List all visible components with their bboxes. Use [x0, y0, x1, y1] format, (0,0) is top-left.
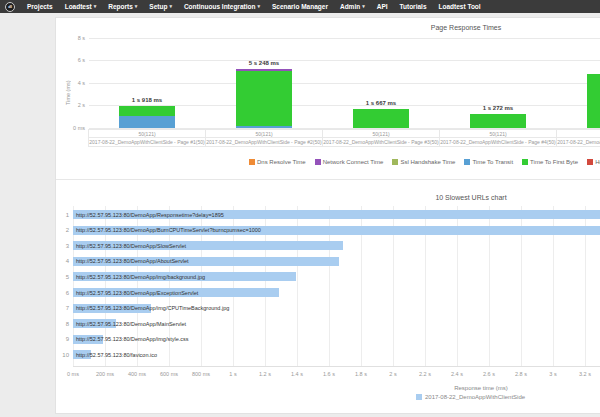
bar-segment-time-to-first-byte — [587, 74, 600, 128]
legend-item-network-connect-time[interactable]: Network Connect Time — [315, 159, 384, 165]
chart1-y-tick-label: 8 s — [60, 35, 85, 41]
nav-item-scenario-manager[interactable]: Scenario Manager — [272, 3, 328, 10]
nav-item-setup[interactable]: Setup▾ — [149, 3, 172, 10]
report-content-panel: Page Response Times Time (ms) 10 Slowest… — [55, 17, 600, 414]
url-label: http://52.57.95.123:80/DemoApp/SlowServl… — [76, 243, 186, 249]
nav-item-label: API — [377, 3, 388, 10]
nav-item-api[interactable]: API — [377, 3, 388, 10]
nav-item-label: Admin — [340, 3, 360, 10]
chart2-x-tick-label: 2.8 s — [505, 371, 537, 377]
legend-label: 2017-08-22_DemoAppWithClientSide — [425, 394, 525, 400]
chart2-x-tick-label: 2.6 s — [473, 371, 505, 377]
url-label: http://52.57.95.123:80/DemoApp/Exception… — [76, 290, 198, 296]
chart1-gridline — [89, 38, 600, 39]
chart2-axis-line — [73, 366, 600, 367]
url-rank-label: 10 — [56, 352, 69, 358]
nav-item-admin[interactable]: Admin▾ — [340, 3, 365, 10]
nav-item-reports[interactable]: Reports▾ — [108, 3, 137, 10]
chevron-down-icon: ▾ — [257, 4, 260, 9]
chevron-down-icon: ▾ — [362, 4, 365, 9]
legend-label: Ssl Handshake Time — [400, 159, 455, 165]
legend-swatch-icon — [392, 159, 398, 165]
page-response-times-title: Page Response Times — [366, 24, 566, 31]
bar-segment-time-to-first-byte — [470, 114, 526, 128]
chart2-x-tick-label: 800 ms — [185, 371, 217, 377]
nav-item-loadtest[interactable]: Loadtest▾ — [65, 3, 97, 10]
bar-segment-network-connect-time — [236, 69, 292, 71]
category-name-cell[interactable]: 2017-08-22_DemoAppWithClientSide - Page … — [88, 137, 206, 147]
bar-total-label: 1 s 272 ms — [458, 105, 538, 111]
chart1-y-tick-label: 6 s — [60, 57, 85, 63]
legend-swatch-icon — [416, 394, 422, 400]
category-name-cell[interactable]: 2017-08-22_DemoAppWithClientSide - Page … — [322, 137, 440, 147]
url-label: http://52.57.95.123:80/DemoApp/img/CPUTi… — [76, 305, 229, 311]
url-rank-label: 3 — [56, 243, 69, 249]
bar-segment-time-to-first-byte — [353, 109, 409, 128]
legend-item-time-to-transit[interactable]: Time To Transit — [464, 159, 513, 165]
nav-item-loadtest-tool[interactable]: Loadtest Tool — [439, 3, 481, 10]
bar-total-label: 5 s 248 ms — [224, 60, 304, 66]
chart2-x-tick-label: 1.6 s — [313, 371, 345, 377]
legend-swatch-icon — [464, 159, 470, 165]
chevron-down-icon: ▾ — [94, 4, 97, 9]
chart2-x-axis-label: Response time (ms) — [386, 385, 576, 391]
url-rank-label: 2 — [56, 227, 69, 233]
legend-swatch-icon — [587, 159, 593, 165]
chart2-x-tick-label: 1.8 s — [345, 371, 377, 377]
category-name-cell[interactable]: 2017-08-22_DemoAppWithClientSide - Page … — [205, 137, 323, 147]
nav-item-label: Continuous Integration — [184, 3, 256, 10]
chart1-y-tick-label: 0 ms — [60, 125, 85, 131]
nav-item-label: Projects — [27, 3, 53, 10]
legend-label: Time To Transit — [472, 159, 513, 165]
legend-swatch-icon — [249, 159, 255, 165]
chart2-x-tick-label: 2.2 s — [409, 371, 441, 377]
nav-items: ProjectsLoadtest▾Reports▾Setup▾Continuou… — [27, 3, 481, 10]
bar-total-label: 1 s 667 ms — [341, 100, 421, 106]
url-label: http://52.57.95.123:80/DemoApp/MainServl… — [76, 321, 186, 327]
nav-item-continuous-integration[interactable]: Continuous Integration▾ — [184, 3, 260, 10]
nav-item-label: Scenario Manager — [272, 3, 328, 10]
legend-swatch-icon — [522, 159, 528, 165]
chart2-x-tick-label: 2 s — [377, 371, 409, 377]
chart2-x-tick-label: 1 s — [217, 371, 249, 377]
chart1-y-axis-label: Time (ms) — [65, 58, 73, 128]
legend-item-time-to-first-byte[interactable]: Time To First Byte — [522, 159, 578, 165]
chart1-y-tick-label: 2 s — [60, 102, 85, 108]
category-name-cell[interactable]: 2017-08-22_DemoAppWithClientSide - Page … — [439, 137, 557, 147]
chart2-x-tick-label: 3 s — [537, 371, 569, 377]
bar-segment-time-to-transit — [236, 126, 292, 128]
url-rank-label: 6 — [56, 290, 69, 296]
chart2-x-tick-label: 400 ms — [121, 371, 153, 377]
nav-item-label: Tutorials — [400, 3, 427, 10]
top-navigation-bar: dl ProjectsLoadtest▾Reports▾Setup▾Contin… — [0, 0, 600, 13]
app-logo-icon[interactable]: dl — [5, 2, 15, 12]
nav-item-tutorials[interactable]: Tutorials — [400, 3, 427, 10]
url-rank-label: 4 — [56, 258, 69, 264]
bar-segment-time-to-transit — [119, 116, 175, 128]
chart2-x-tick-label: 0 ms — [57, 371, 89, 377]
nav-item-label: Loadtest — [65, 3, 92, 10]
chart2-x-tick-label: 3.2 s — [569, 371, 600, 377]
bar-total-label: 1 s 918 ms — [107, 97, 187, 103]
legend-label: Network Connect Time — [323, 159, 384, 165]
chart2-legend: 2017-08-22_DemoAppWithClientSide — [416, 394, 525, 400]
legend-item-dns-resolve-time[interactable]: Dns Resolve Time — [249, 159, 306, 165]
chevron-down-icon: ▾ — [169, 4, 172, 9]
legend-item-2017-08-22-demoappwithclientside[interactable]: 2017-08-22_DemoAppWithClientSide — [416, 394, 525, 400]
url-label: http://52.57.95.123:80/DemoApp/img/backg… — [76, 274, 205, 280]
url-label: http://52.57.95.123:80/DemoApp/AboutServ… — [76, 258, 189, 264]
url-rank-label: 1 — [56, 212, 69, 218]
url-label: http://52.57.95.123:80/DemoApp/Responset… — [76, 212, 224, 218]
nav-item-projects[interactable]: Projects — [27, 3, 53, 10]
category-name-cell[interactable]: 2017-08-22_DemoAppWithClientSide - Page … — [556, 137, 600, 147]
nav-item-label: Reports — [108, 3, 133, 10]
chart2-x-tick-label: 1.4 s — [281, 371, 313, 377]
bar-segment-time-to-first-byte — [119, 106, 175, 116]
chart2-x-tick-label: 600 ms — [153, 371, 185, 377]
chart1-gridline — [89, 83, 600, 84]
chart1-y-tick-label: 4 s — [60, 80, 85, 86]
legend-item-header-receive-time[interactable]: Header Receive Time — [587, 159, 600, 165]
legend-item-ssl-handshake-time[interactable]: Ssl Handshake Time — [392, 159, 455, 165]
url-rank-label: 5 — [56, 274, 69, 280]
section-divider — [56, 179, 600, 180]
